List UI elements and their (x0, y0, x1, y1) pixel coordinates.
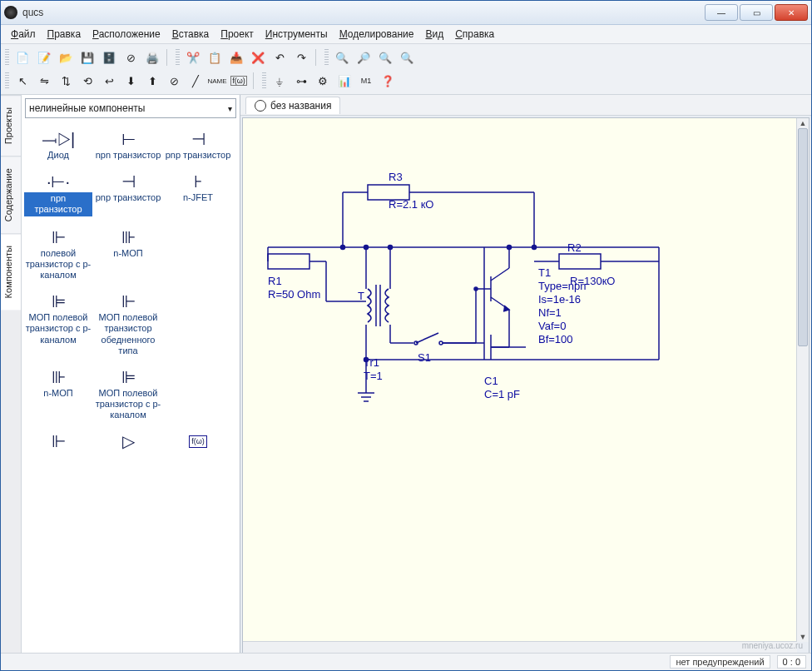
cut-button[interactable]: ✂️ (183, 47, 203, 67)
schematic-canvas[interactable]: R3 R=2.1 кО R1 R=50 Ohm (243, 118, 797, 642)
titlebar: qucs — ▭ ✕ (1, 1, 811, 25)
side-tabs: Проекты Содержание Компоненты (1, 95, 22, 656)
zoom-100-button[interactable]: 🔍 (397, 47, 417, 67)
palette-item-nmos[interactable]: ⊪n-МОП (93, 223, 163, 288)
vertical-scrollbar[interactable]: ▲ ▼ (796, 118, 809, 642)
palette-item-njfet[interactable]: ⊦n-JFET (163, 167, 233, 222)
palette-item-pfet[interactable]: ⊩полевой транзистор с p-каналом (23, 223, 93, 288)
toolbar-handle-5[interactable] (262, 72, 266, 89)
whats-this-button[interactable]: ❓ (378, 71, 398, 91)
port-tool[interactable]: ⊶ (291, 71, 311, 91)
status-coords: 0 : 0 (777, 655, 806, 669)
out-tool[interactable]: ⬆ (142, 71, 162, 91)
mirror-h-tool[interactable]: ⇋ (34, 71, 54, 91)
into-tool[interactable]: ⬇ (121, 71, 141, 91)
palette-item-eqn[interactable]: f(ω) (163, 427, 233, 459)
svg-text:T1: T1 (538, 266, 551, 279)
zoom-in-button[interactable]: 🔍 (332, 47, 352, 67)
simulate-button[interactable]: ⚙ (313, 71, 333, 91)
label-tool[interactable]: NAME (207, 71, 227, 91)
fet-icon: ⊩ (24, 226, 92, 248)
toolbar-handle[interactable] (5, 49, 9, 66)
rotate-tool[interactable]: ⟲ (77, 71, 97, 91)
close-doc-button[interactable]: ⊘ (121, 47, 141, 67)
save-button[interactable]: 💾 (77, 47, 97, 67)
deactivate-tool[interactable]: ⊘ (164, 71, 184, 91)
copy-button[interactable]: 📋 (205, 47, 225, 67)
redo-button[interactable]: ↷ (291, 47, 311, 67)
svg-point-69 (364, 358, 369, 362)
menu-layout-label: асположение (99, 28, 161, 40)
schematic-svg: R3 R=2.1 кО R1 R=50 Ohm (243, 118, 775, 551)
dataset-button[interactable]: 📊 (334, 71, 354, 91)
svg-point-67 (532, 246, 537, 250)
menu-help-label: правка (463, 28, 494, 40)
canvas-pane: без названия R3 R=2.1 кО (240, 95, 811, 656)
open-button[interactable]: 📂 (56, 47, 76, 67)
svg-point-65 (364, 246, 369, 250)
menu-view[interactable]: Вид (420, 27, 448, 42)
zoom-out-button[interactable]: 🔎 (354, 47, 374, 67)
marker-tool[interactable]: M1 (356, 71, 376, 91)
status-warnings: нет предупреждений (670, 655, 770, 669)
chevron-down-icon: ▾ (228, 104, 232, 113)
palette-item-pnp[interactable]: ⊣pnp транзистор (163, 125, 233, 167)
undo-button[interactable]: ↶ (270, 47, 290, 67)
menu-edit[interactable]: Правка (42, 27, 87, 42)
palette-item-nmos2[interactable]: ⊪n-МОП (23, 363, 93, 428)
toolbar-handle-2[interactable] (176, 49, 180, 66)
palette-item-npn[interactable]: ⊢npn транзистор (93, 125, 163, 167)
palette-item-empty3[interactable] (163, 363, 233, 428)
toolbar-handle-4[interactable] (5, 72, 9, 89)
menu-simulation[interactable]: Моделирование (334, 27, 419, 42)
side-tab-components[interactable]: Компоненты (1, 233, 21, 310)
category-combo[interactable]: нелинейные компоненты ▾ (25, 98, 236, 118)
menu-help[interactable]: Справка (450, 27, 499, 42)
select-tool[interactable]: ↖ (12, 71, 32, 91)
wire-tool[interactable]: ╱ (186, 71, 205, 91)
side-tab-contents[interactable]: Содержание (1, 156, 21, 233)
menu-file-label: айл (18, 28, 35, 40)
svg-point-68 (508, 246, 512, 250)
new-file-button[interactable]: 📄 (12, 47, 32, 67)
menu-tools[interactable]: Инструменты (260, 27, 333, 42)
palette-item-empty2[interactable] (163, 287, 233, 363)
mos-icon: ⊩ (94, 291, 162, 312)
doc-tab[interactable]: без названия (245, 97, 340, 114)
palette-item-opamp[interactable]: ▷ (93, 427, 163, 459)
zoom-fit-button[interactable]: 🔍 (375, 47, 395, 67)
scroll-thumb-v[interactable] (798, 128, 808, 346)
close-button[interactable]: ✕ (775, 4, 808, 21)
palette-item-mos-p[interactable]: ⊫МОП полевой транзистор с p-каналом (23, 287, 93, 363)
palette-item-empty1[interactable] (163, 223, 233, 288)
paste-button[interactable]: 📥 (226, 47, 246, 67)
palette-item-mos-dep[interactable]: ⊩МОП полевой транзистор обедненного типа (93, 287, 163, 363)
palette-item-pnp2[interactable]: ⊣pnp транзистор (93, 167, 163, 222)
horizontal-scrollbar[interactable] (243, 641, 797, 654)
scroll-up-icon[interactable]: ▲ (797, 118, 809, 128)
palette-item-mos-p2[interactable]: ⊫МОП полевой транзистор с p-каналом (93, 363, 163, 428)
menu-insert[interactable]: Вставка (167, 27, 215, 42)
minimize-button[interactable]: — (705, 4, 738, 21)
maximize-button[interactable]: ▭ (740, 4, 773, 21)
menu-layout[interactable]: Расположение (87, 27, 166, 42)
ground-tool[interactable]: ⏚ (270, 71, 290, 91)
new-text-button[interactable]: 📝 (34, 47, 54, 67)
toolbar-handle-3[interactable] (324, 49, 329, 66)
menu-project[interactable]: Проект (215, 27, 259, 42)
body: Проекты Содержание Компоненты нелинейные… (1, 95, 811, 656)
mirror-v-tool[interactable]: ⇅ (56, 71, 76, 91)
palette-item-npn2[interactable]: ·⊢·npn транзистор (23, 167, 93, 222)
save-all-button[interactable]: 🗄️ (99, 47, 119, 67)
side-tab-projects[interactable]: Проекты (1, 95, 21, 156)
palette-item-extra1[interactable]: ⊩ (23, 427, 93, 459)
app-icon (4, 6, 17, 19)
print-button[interactable]: 🖨️ (142, 47, 162, 67)
svg-text:R3: R3 (389, 171, 403, 183)
back-tool[interactable]: ↩ (99, 71, 119, 91)
svg-text:Is=1e-16: Is=1e-16 (538, 293, 581, 306)
menu-file[interactable]: Файл (6, 27, 41, 42)
equation-tool[interactable]: f(ω) (229, 71, 249, 91)
delete-button[interactable]: ❌ (248, 47, 268, 67)
palette-item-diode[interactable]: ⟞▷|Диод (23, 125, 93, 167)
